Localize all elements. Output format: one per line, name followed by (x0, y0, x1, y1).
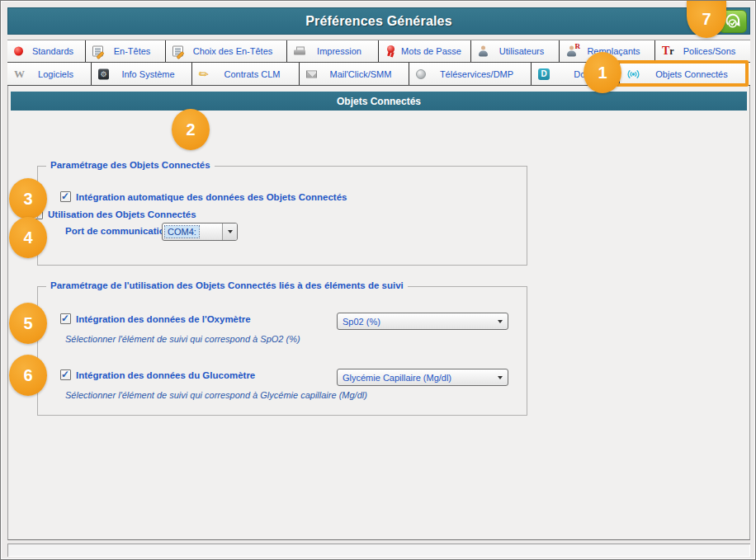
tab-label: Mots de Passe (388, 46, 461, 56)
callout-1: 1 (584, 52, 621, 93)
tab-label: Utilisateurs (486, 46, 544, 56)
validate-check-icon (724, 12, 742, 31)
callout-5: 5 (9, 303, 47, 344)
header-doc-icon (172, 46, 183, 57)
tab-info-systeme[interactable]: Info Système (92, 63, 192, 85)
tab-label: Mail'Click/SMM (317, 69, 392, 79)
callout-2: 2 (172, 109, 210, 150)
wireless-signal-icon (626, 68, 640, 79)
oxymeter-label: Intégration des données de l'Oxymètre (76, 314, 251, 324)
tab-standards[interactable]: Standards (7, 40, 86, 62)
tab-mots-de-passe[interactable]: Mots de Passe (379, 40, 471, 62)
user-icon (478, 46, 489, 57)
red-seal-icon (385, 45, 395, 57)
glucometer-note: Sélectionner l'élément de suivi qui corr… (65, 390, 367, 400)
d-letter-icon (538, 68, 550, 80)
tab-choix-des-en-tetes[interactable]: Choix des En-Têtes (166, 40, 287, 62)
tab-utilisateurs[interactable]: Utilisateurs (471, 40, 560, 62)
callout-3: 3 (9, 178, 47, 219)
group1-legend: Paramétrage des Objets Connectés (46, 160, 215, 170)
tab-label: Impression (304, 46, 361, 56)
group-elements-de-suivi: Paramétrage de l'utilisation des Objets … (37, 286, 527, 416)
tab-row-1: Standards En-Têtes Choix des En-Têtes Im… (7, 40, 750, 63)
font-tr-icon: Tr (662, 45, 674, 58)
oxymeter-checkbox[interactable]: Intégration des données de l'Oxymètre (60, 313, 251, 324)
tab-label: Contrats CLM (211, 69, 281, 79)
glucometer-selected-value: Glycémie Capillaire (Mg/dl) (338, 373, 493, 383)
tab-row-2: W Logiciels Info Système Contrats CLM Ma… (7, 63, 750, 86)
tab-contrats-clm[interactable]: Contrats CLM (192, 63, 300, 85)
tab-impression[interactable]: Impression (287, 40, 379, 62)
checkbox-icon[interactable] (60, 191, 71, 202)
oxymeter-selected-value: Sp02 (%) (338, 317, 493, 327)
globe-icon (416, 69, 426, 79)
preferences-window: Préférences Générales Standards En-Têtes (0, 0, 756, 560)
red-dot-icon (14, 47, 23, 56)
tab-objets-connectes[interactable]: Objets Connectés (620, 63, 750, 85)
tab-label: En-Têtes (101, 46, 151, 56)
tab-label: Logiciels (25, 69, 73, 79)
tab-polices-sons[interactable]: Tr Polices/Sons (655, 40, 750, 62)
callout-6: 6 (9, 355, 47, 396)
oxymeter-select[interactable]: Sp02 (%) (337, 313, 508, 330)
port-label: Port de communication (65, 226, 171, 236)
dropdown-arrow-icon[interactable] (222, 224, 237, 240)
group-parametrage-objets: Paramétrage des Objets Connectés Intégra… (37, 166, 527, 266)
dropdown-arrow-icon[interactable] (493, 369, 508, 385)
callout-4: 4 (9, 217, 47, 258)
tab-mailclick-smm[interactable]: Mail'Click/SMM (300, 63, 409, 85)
printer-icon (294, 47, 305, 56)
glucometer-label: Intégration des données du Glucomètre (76, 370, 255, 380)
checkbox-icon[interactable] (60, 313, 71, 324)
w-letter-icon: W (14, 68, 25, 81)
tab-label: Standards (19, 46, 73, 56)
tab-label: Téléservices/DMP (427, 69, 513, 79)
tab-logiciels[interactable]: W Logiciels (7, 63, 92, 85)
tab-teleservices-dmp[interactable]: Téléservices/DMP (409, 63, 532, 85)
header-doc-icon (92, 46, 103, 57)
title-bar: Préférences Générales (7, 7, 750, 35)
dropdown-arrow-icon[interactable] (493, 313, 508, 329)
content-panel: Objets Connectés Utilisation des Objets … (7, 86, 750, 540)
group2-legend: Paramétrage de l'utilisation des Objets … (46, 280, 408, 290)
tab-label: Choix des En-Têtes (180, 46, 273, 56)
section-title-bar: Objets Connectés (11, 92, 747, 111)
window-title: Préférences Générales (305, 14, 452, 29)
envelope-icon (306, 70, 317, 78)
tab-en-tetes[interactable]: En-Têtes (86, 40, 166, 62)
glucometer-checkbox[interactable]: Intégration des données du Glucomètre (60, 369, 255, 380)
port-selected-value: COM4: (165, 226, 199, 238)
oxymeter-note: Sélectionner l'élément de suivi qui corr… (65, 334, 300, 344)
auto-integration-label: Intégration automatique des données des … (76, 192, 347, 202)
port-select[interactable]: COM4: (162, 223, 238, 241)
pencil-icon (199, 68, 209, 81)
auto-integration-checkbox[interactable]: Intégration automatique des données des … (60, 191, 347, 202)
checkbox-icon[interactable] (60, 369, 71, 380)
tab-label: Polices/Sons (670, 46, 736, 56)
glucometer-select[interactable]: Glycémie Capillaire (Mg/dl) (337, 369, 508, 386)
user-r-icon: R (566, 46, 577, 57)
system-gear-icon (98, 68, 109, 79)
tab-label: Info Système (108, 69, 174, 79)
status-bar (7, 544, 750, 557)
tab-label: Objets Connectés (642, 69, 727, 79)
